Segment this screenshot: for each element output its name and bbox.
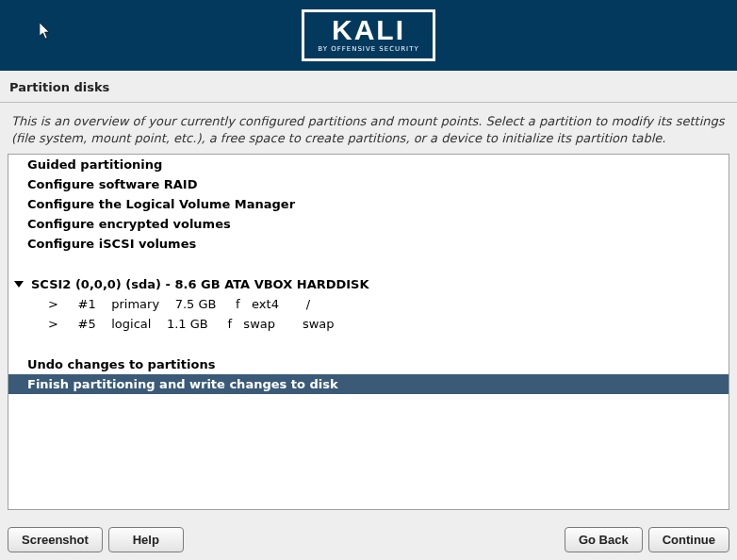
action-finish[interactable]: Finish partitioning and write changes to…: [8, 374, 729, 394]
help-button[interactable]: Help: [108, 527, 184, 552]
spacer: [8, 334, 729, 354]
logo-subtitle: BY OFFENSIVE SECURITY: [318, 46, 418, 53]
page-title: Partition disks: [0, 71, 737, 103]
menu-encrypted[interactable]: Configure encrypted volumes: [8, 214, 729, 234]
menu-guided[interactable]: Guided partitioning: [8, 155, 729, 174]
logo: KALI BY OFFENSIVE SECURITY: [302, 9, 434, 61]
menu-lvm[interactable]: Configure the Logical Volume Manager: [8, 194, 729, 214]
partition-row[interactable]: > #1 primary 7.5 GB f ext4 /: [8, 294, 729, 314]
menu-raid[interactable]: Configure software RAID: [8, 174, 729, 194]
go-back-button[interactable]: Go Back: [565, 527, 643, 552]
device-row[interactable]: SCSI2 (0,0,0) (sda) - 8.6 GB ATA VBOX HA…: [8, 274, 729, 294]
description-text: This is an overview of your currently co…: [8, 110, 729, 154]
button-bar: Screenshot Help Go Back Continue: [8, 527, 729, 552]
continue-button[interactable]: Continue: [648, 527, 729, 552]
partition-list[interactable]: Guided partitioning Configure software R…: [8, 154, 729, 510]
header-bar: KALI BY OFFENSIVE SECURITY: [0, 0, 737, 71]
menu-iscsi[interactable]: Configure iSCSI volumes: [8, 234, 729, 254]
action-undo[interactable]: Undo changes to partitions: [8, 354, 729, 374]
expand-icon[interactable]: [14, 281, 24, 288]
cursor-icon: [40, 23, 55, 41]
device-label: SCSI2 (0,0,0) (sda) - 8.6 GB ATA VBOX HA…: [31, 277, 369, 291]
screenshot-button[interactable]: Screenshot: [8, 527, 103, 552]
spacer: [8, 254, 729, 274]
logo-main: KALI: [318, 16, 418, 44]
content-area: This is an overview of your currently co…: [0, 103, 737, 518]
partition-row[interactable]: > #5 logical 1.1 GB f swap swap: [8, 314, 729, 334]
